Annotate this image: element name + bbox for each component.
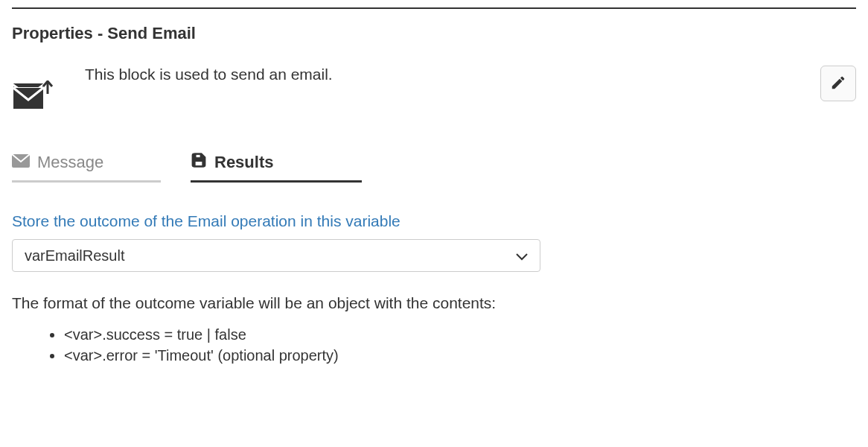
block-description: This block is used to send an email.: [85, 66, 791, 83]
save-icon: [191, 152, 207, 173]
format-list: <var>.success = true | false <var>.error…: [64, 324, 856, 366]
panel-title: Properties - Send Email: [12, 24, 856, 43]
svg-rect-7: [195, 154, 200, 159]
panel-top-divider: [12, 7, 856, 9]
outcome-variable-select[interactable]: varEmailResult: [12, 239, 540, 272]
chevron-down-icon: [516, 247, 528, 264]
pencil-icon: [830, 74, 846, 93]
tab-results[interactable]: Results: [191, 152, 362, 183]
tab-results-label: Results: [214, 153, 273, 172]
send-email-icon: [12, 80, 55, 115]
list-item: <var>.success = true | false: [64, 324, 856, 345]
svg-rect-8: [195, 161, 203, 166]
edit-button[interactable]: [820, 66, 856, 101]
envelope-icon: [12, 153, 30, 172]
tabs: Message Results: [12, 152, 856, 183]
tab-message[interactable]: Message: [12, 152, 161, 183]
outcome-variable-value: varEmailResult: [25, 247, 124, 264]
list-item: <var>.error = 'Timeout' (optional proper…: [64, 345, 856, 366]
outcome-variable-label: Store the outcome of the Email operation…: [12, 212, 856, 230]
header-row: This block is used to send an email.: [12, 66, 856, 115]
tab-message-label: Message: [37, 153, 103, 172]
format-intro: The format of the outcome variable will …: [12, 294, 856, 312]
